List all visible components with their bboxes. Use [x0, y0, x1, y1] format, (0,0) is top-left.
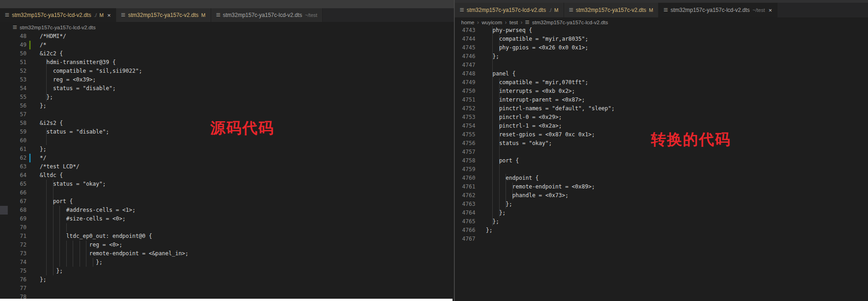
code-text: reg = <0>;	[40, 241, 122, 249]
code-text: status = "okay";	[40, 180, 106, 188]
code-text: };	[486, 200, 512, 209]
tab[interactable]: ☰stm32mp157c-ya157c-lcd-v2.dts./M	[455, 3, 564, 17]
code-line[interactable]: 77	[0, 284, 454, 293]
code-text: };	[40, 275, 46, 284]
breadcrumb-separator-icon: ›	[505, 19, 507, 26]
right-breadcrumb: home›wuyicom›test›☰stm32mp157c-ya157c-lc…	[461, 18, 608, 27]
code-text: port {	[40, 197, 73, 206]
code-text: #size-cells = <0>;	[40, 215, 126, 223]
code-line[interactable]: 53 reg = <0x39>;	[0, 75, 454, 84]
code-line[interactable]: 4767	[455, 235, 868, 243]
tab[interactable]: ☰stm32mp157c-ya157c-v2.dtsM	[116, 8, 211, 22]
breadcrumb-item[interactable]: wuyicom	[482, 20, 502, 25]
code-line[interactable]: 73 remote-endpoint = <&panel_in>;	[0, 249, 454, 258]
code-line[interactable]: 4743 phy-pwrseq {	[455, 26, 868, 35]
code-line[interactable]: 4747	[455, 61, 868, 70]
code-line[interactable]: 4758 port {	[455, 156, 868, 165]
code-text: phy-gpios = <0x26 0x0 0x1>;	[486, 43, 588, 52]
line-number: 48	[0, 32, 27, 41]
tab[interactable]: ☰stm32mp157c-ya157c-lcd-v2.dts~/test×	[659, 3, 777, 17]
code-line[interactable]: 61};	[0, 145, 454, 154]
code-line[interactable]: 4745 phy-gpios = <0x26 0x0 0x1>;	[455, 43, 868, 52]
code-line[interactable]: 4748 panel {	[455, 70, 868, 78]
line-number: 4767	[455, 235, 475, 243]
code-line[interactable]: 54 status = "disable";	[0, 84, 454, 93]
code-line[interactable]: 4762 phandle = <0x73>;	[455, 191, 868, 200]
line-number: 56	[0, 102, 27, 110]
breadcrumb-item[interactable]: test	[510, 20, 518, 25]
code-line[interactable]: 55 };	[0, 93, 454, 102]
code-line[interactable]: 50&i2c2 {	[0, 49, 454, 58]
line-number: 4765	[455, 217, 475, 226]
right-code-editor[interactable]: 4743 phy-pwrseq {4744 compatible = "myir…	[455, 26, 868, 301]
code-line[interactable]: 70	[0, 223, 454, 232]
code-line[interactable]: 67 port {	[0, 197, 454, 206]
code-line[interactable]: 4759	[455, 165, 868, 174]
file-icon: ☰	[5, 13, 10, 17]
code-line[interactable]: 69 #size-cells = <0>;	[0, 215, 454, 223]
code-line[interactable]: 4751 interrupt-parent = <0x87>;	[455, 96, 868, 104]
indent-guide	[59, 223, 60, 232]
code-line[interactable]: 4753 pinctrl-0 = <0x29>;	[455, 113, 868, 122]
code-line[interactable]: 48/*HDMI*/	[0, 32, 454, 41]
line-number: 71	[0, 232, 27, 241]
line-number: 73	[0, 249, 27, 258]
indent-guide	[499, 148, 500, 156]
code-line[interactable]: 4764 };	[455, 209, 868, 217]
code-line[interactable]: 72 reg = <0>;	[0, 241, 454, 249]
code-line[interactable]: 63/*test LCD*/	[0, 162, 454, 171]
code-line[interactable]: 4766};	[455, 226, 868, 235]
code-line[interactable]: 66	[0, 188, 454, 197]
line-number: 66	[0, 188, 27, 197]
code-line[interactable]: 4761 remote-endpoint = <0x89>;	[455, 183, 868, 191]
code-line[interactable]: 65 status = "okay";	[0, 180, 454, 188]
code-line[interactable]: 4763 };	[455, 200, 868, 209]
line-number: 60	[0, 136, 27, 145]
tab-close-icon[interactable]: ×	[107, 12, 111, 19]
code-line[interactable]: 4744 compatible = "myir,ar8035";	[455, 35, 868, 43]
code-line[interactable]: 4752 pinctrl-names = "default", "sleep";	[455, 104, 868, 113]
code-line[interactable]: 75 };	[0, 267, 454, 275]
code-line[interactable]: 71 ltdc_ep0_out: endpoint@0 {	[0, 232, 454, 241]
code-text: */	[40, 154, 46, 162]
file-icon: ☰	[121, 13, 126, 17]
code-text: remote-endpoint = <&panel_in>;	[40, 249, 188, 258]
tab[interactable]: ☰stm32mp157c-ya157c-v2.dtsM	[564, 3, 659, 17]
indent-guide	[46, 223, 47, 232]
tab[interactable]: ☰stm32mp157c-ya157c-lcd-v2.dts./M×	[0, 8, 116, 22]
line-number: 59	[0, 128, 27, 136]
code-text: compatible = "myir,070tft";	[486, 78, 588, 87]
code-line[interactable]: 4749 compatible = "myir,070tft";	[455, 78, 868, 87]
line-number: 4757	[455, 148, 475, 156]
line-number: 4748	[455, 70, 475, 78]
left-code-editor[interactable]: 48/*HDMI*/49/*50&i2c2 {51 hdmi-transmitt…	[0, 32, 454, 301]
file-icon: ☰	[525, 20, 530, 25]
indent-guide	[492, 165, 493, 174]
code-text: };	[486, 226, 492, 235]
code-line[interactable]: 52 compatible = "sil,sii9022";	[0, 67, 454, 75]
code-line[interactable]: 4746 };	[455, 52, 868, 61]
line-number: 51	[0, 58, 27, 67]
code-line[interactable]: 68 #address-cells = <1>;	[0, 206, 454, 215]
tab-close-icon[interactable]: ×	[769, 7, 772, 14]
code-text: phy-pwrseq {	[486, 26, 532, 35]
line-number: 55	[0, 93, 27, 102]
code-line[interactable]: 4750 interrupts = <0xb 0x2>;	[455, 87, 868, 96]
code-line[interactable]: 4765 };	[455, 217, 868, 226]
breadcrumb-item[interactable]: stm32mp157c-ya157c-lcd-v2.dts	[532, 20, 608, 25]
line-number: 4751	[455, 96, 475, 104]
code-line[interactable]: 62*/	[0, 154, 454, 162]
code-line[interactable]: 4760 endpoint {	[455, 174, 868, 183]
code-line[interactable]: 56};	[0, 102, 454, 110]
breadcrumb-item[interactable]: home	[461, 20, 474, 25]
file-icon: ☰	[663, 8, 668, 12]
code-line[interactable]: 64&ltdc {	[0, 171, 454, 180]
code-line[interactable]: 74 };	[0, 258, 454, 267]
code-text: status = "okay";	[486, 139, 552, 148]
line-number: 4745	[455, 43, 475, 52]
code-line[interactable]: 76};	[0, 275, 454, 284]
tab[interactable]: ☰stm32mp157c-ya157c-lcd-v2.dts~/test	[211, 8, 323, 22]
code-line[interactable]: 49/*	[0, 41, 454, 49]
breadcrumb-item[interactable]: stm32mp157c-ya157c-lcd-v2.dts	[20, 25, 96, 30]
code-line[interactable]: 51 hdmi-transmitter@39 {	[0, 58, 454, 67]
